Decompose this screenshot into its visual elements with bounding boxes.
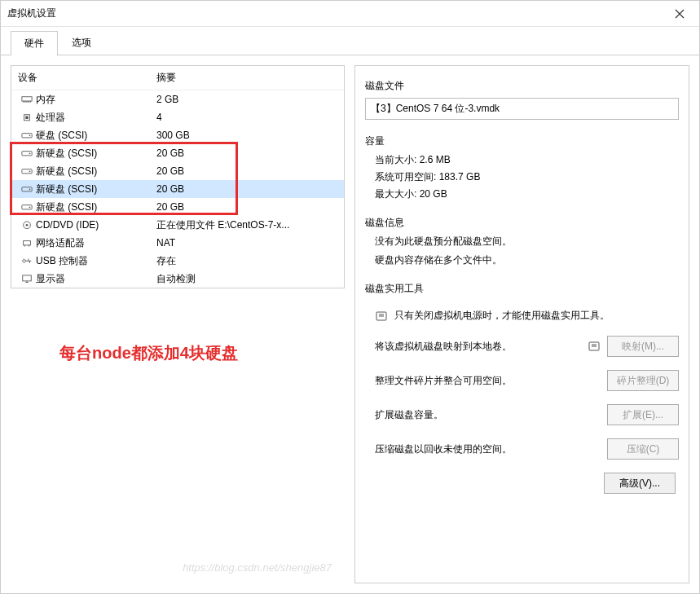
- device-name: 网络适配器: [36, 236, 156, 250]
- content-area: 设备 摘要 内存2 GB处理器4硬盘 (SCSI)300 GB新硬盘 (SCSI…: [1, 55, 699, 593]
- svg-rect-0: [22, 96, 32, 100]
- disk-file-field[interactable]: 【3】CentOS 7 64 位-3.vmdk: [365, 98, 679, 120]
- hardware-list-panel: 设备 摘要 内存2 GB处理器4硬盘 (SCSI)300 GB新硬盘 (SCSI…: [11, 65, 345, 288]
- device-summary: 20 GB: [156, 183, 337, 195]
- header-device: 设备: [18, 71, 156, 85]
- vm-settings-window: 虚拟机设置 硬件 选项 设备 摘要 内存2 GB处理器4硬盘 (SCSI)300…: [0, 0, 700, 594]
- device-summary: 存在: [156, 254, 337, 268]
- disk-icon: [18, 130, 36, 140]
- watermark-text: https://blog.csdn.net/shengjie87: [183, 561, 332, 574]
- hardware-list: 内存2 GB处理器4硬盘 (SCSI)300 GB新硬盘 (SCSI)20 GB…: [11, 90, 344, 288]
- device-name: 处理器: [36, 111, 156, 125]
- close-button[interactable]: [663, 2, 696, 25]
- hardware-list-header: 设备 摘要: [11, 66, 344, 90]
- disk-icon: [18, 148, 36, 158]
- svg-point-8: [29, 170, 31, 172]
- hardware-row[interactable]: 新硬盘 (SCSI)20 GB: [11, 162, 344, 180]
- network-icon: [18, 238, 36, 248]
- map-button[interactable]: 映射(M)...: [607, 336, 679, 357]
- current-size-row: 当前大小: 2.6 MB: [375, 153, 679, 167]
- max-size-row: 最大大小: 20 GB: [375, 187, 679, 201]
- device-name: USB 控制器: [36, 254, 156, 268]
- cpu-icon: [18, 112, 36, 122]
- device-summary: 300 GB: [156, 130, 337, 141]
- device-name: 新硬盘 (SCSI): [36, 183, 156, 196]
- hardware-row[interactable]: 新硬盘 (SCSI)20 GB: [11, 180, 344, 198]
- hardware-row[interactable]: 处理器4: [11, 108, 344, 126]
- disk-info-line2: 硬盘内容存储在多个文件中。: [375, 253, 679, 267]
- hardware-row[interactable]: 内存2 GB: [11, 90, 344, 108]
- device-name: 内存: [36, 93, 156, 107]
- util-compress-text: 压缩磁盘以回收未使用的空间。: [375, 442, 601, 456]
- device-summary: 20 GB: [156, 147, 337, 159]
- disk-info-line1: 没有为此硬盘预分配磁盘空间。: [375, 235, 679, 249]
- defrag-button[interactable]: 碎片整理(D): [607, 370, 679, 391]
- svg-point-10: [29, 188, 31, 190]
- advanced-button[interactable]: 高级(V)...: [604, 473, 676, 494]
- free-space-value: 183.7 GB: [439, 171, 481, 183]
- device-name: 硬盘 (SCSI): [36, 129, 156, 143]
- free-space-label: 系统可用空间:: [375, 171, 436, 183]
- device-summary: 自动检测: [156, 272, 337, 286]
- disk-details-panel: 磁盘文件 【3】CentOS 7 64 位-3.vmdk 容量 当前大小: 2.…: [354, 65, 689, 583]
- hardware-row[interactable]: USB 控制器存在: [11, 252, 344, 270]
- svg-point-4: [29, 134, 31, 136]
- tab-options[interactable]: 选项: [58, 30, 105, 55]
- close-icon: [675, 9, 685, 19]
- device-summary: 正在使用文件 E:\CentOS-7-x...: [156, 218, 337, 232]
- disk-icon: [18, 184, 36, 194]
- util-warning-text: 只有关闭虚拟机电源时，才能使用磁盘实用工具。: [394, 309, 679, 323]
- util-defrag-text: 整理文件碎片并整合可用空间。: [375, 374, 601, 388]
- util-map-text: 将该虚拟机磁盘映射到本地卷。: [375, 340, 581, 354]
- window-title: 虚拟机设置: [7, 7, 56, 20]
- svg-point-16: [23, 259, 26, 262]
- disk-file-title: 磁盘文件: [365, 79, 679, 93]
- capacity-title: 容量: [365, 134, 679, 148]
- current-size-value: 2.6 MB: [420, 154, 451, 165]
- compress-button[interactable]: 压缩(C): [607, 438, 679, 460]
- max-size-label: 最大大小:: [375, 188, 416, 200]
- device-summary: 2 GB: [156, 94, 337, 105]
- hardware-row[interactable]: CD/DVD (IDE)正在使用文件 E:\CentOS-7-x...: [11, 216, 344, 234]
- device-summary: 4: [156, 112, 337, 123]
- device-name: 新硬盘 (SCSI): [36, 147, 156, 161]
- device-summary: 20 GB: [156, 201, 337, 213]
- free-space-row: 系统可用空间: 183.7 GB: [375, 170, 679, 184]
- memory-icon: [18, 95, 36, 104]
- util-map-row: 将该虚拟机磁盘映射到本地卷。 映射(M)...: [375, 336, 679, 357]
- cd-icon: [18, 220, 36, 230]
- tab-bar: 硬件 选项: [1, 27, 699, 55]
- svg-point-6: [29, 152, 31, 154]
- utilities-title: 磁盘实用工具: [365, 282, 679, 296]
- util-expand-text: 扩展磁盘容量。: [375, 408, 601, 422]
- util-defrag-row: 整理文件碎片并整合可用空间。 碎片整理(D): [375, 370, 679, 391]
- usb-icon: [18, 256, 36, 266]
- disk-icon: [18, 202, 36, 212]
- device-name: 新硬盘 (SCSI): [36, 165, 156, 178]
- svg-rect-17: [23, 275, 32, 280]
- hardware-row[interactable]: 显示器自动检测: [11, 270, 344, 288]
- display-icon: [18, 274, 36, 284]
- disk-info-title: 磁盘信息: [365, 216, 679, 230]
- hardware-row[interactable]: 新硬盘 (SCSI)20 GB: [11, 144, 344, 162]
- info-icon: [375, 310, 388, 323]
- expand-button[interactable]: 扩展(E)...: [607, 404, 679, 425]
- device-name: CD/DVD (IDE): [36, 219, 156, 231]
- svg-rect-15: [24, 240, 31, 244]
- hardware-row[interactable]: 新硬盘 (SCSI)20 GB: [11, 198, 344, 216]
- hardware-row[interactable]: 网络适配器NAT: [11, 234, 344, 252]
- svg-point-14: [26, 223, 29, 226]
- titlebar: 虚拟机设置: [1, 1, 699, 27]
- util-compress-row: 压缩磁盘以回收未使用的空间。 压缩(C): [375, 438, 679, 460]
- svg-point-12: [29, 206, 31, 208]
- header-summary: 摘要: [156, 71, 337, 85]
- hardware-row[interactable]: 硬盘 (SCSI)300 GB: [11, 126, 344, 144]
- device-name: 显示器: [36, 272, 156, 286]
- tab-hardware[interactable]: 硬件: [11, 31, 58, 55]
- annotation-text: 每台node都添加4块硬盘: [59, 342, 238, 364]
- device-summary: NAT: [156, 237, 337, 249]
- svg-rect-2: [25, 116, 29, 119]
- util-expand-row: 扩展磁盘容量。 扩展(E)...: [375, 404, 679, 425]
- map-hint-icon: [588, 340, 601, 353]
- device-name: 新硬盘 (SCSI): [36, 200, 156, 214]
